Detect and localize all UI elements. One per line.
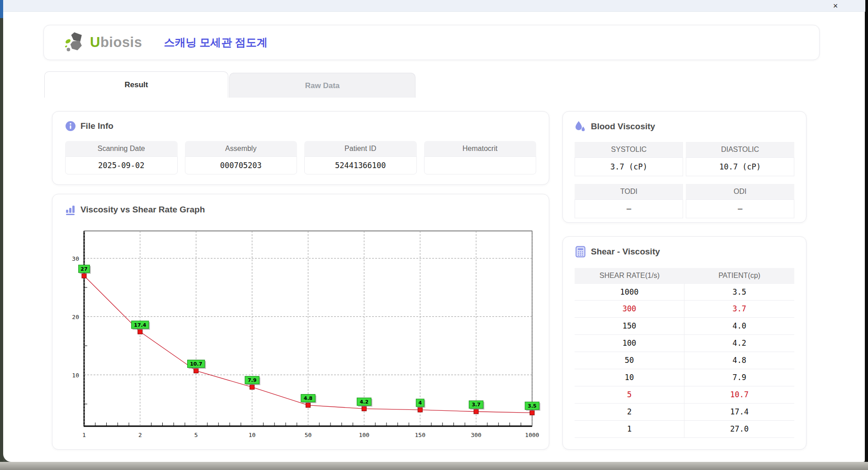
field-value: 000705203 [185,156,297,174]
field-scanning-date: Scanning Date 2025-09-02 [65,141,178,174]
file-info-fields: Scanning Date 2025-09-02 Assembly 000705… [65,141,536,174]
svg-text:2: 2 [138,432,142,438]
field-value: 52441366100 [304,156,417,174]
cell-shear-rate: 100 [575,335,684,352]
table-row: 127.0 [575,421,794,438]
file-info-card: File Info Scanning Date 2025-09-02 Assem… [52,111,549,185]
table-row: 1004.2 [575,335,794,352]
cell-patient: 7.9 [684,369,794,386]
app-header-card: Ubiosis 스캐닝 모세관 점도계 [43,25,820,60]
table-row: 107.9 [575,369,794,386]
field-value [424,156,537,174]
tab-result[interactable]: Result [44,71,228,98]
svg-text:10: 10 [72,372,79,379]
stat-value-todi: – [575,199,683,218]
stat-label-diastolic: DIASTOLIC [686,142,794,157]
cell-patient: 4.8 [684,352,794,369]
field-patient-id: Patient ID 52441366100 [304,141,417,174]
table-header-row: SHEAR RATE(1/s) PATIENT(cp) [575,268,794,283]
logo-text: Ubiosis [90,34,142,51]
table-row: 217.4 [575,404,794,421]
table-row: 3003.7 [575,301,794,318]
desktop-edge-left [0,0,3,462]
logo-letters-biosis: biosis [100,34,142,50]
svg-text:3.5: 3.5 [528,403,537,409]
stat-value-systolic: 3.7 (cP) [575,157,683,176]
cell-shear-rate: 300 [575,301,684,317]
cell-shear-rate: 5 [575,386,684,403]
shear-viscosity-table: SHEAR RATE(1/s) PATIENT(cp) 10003.5 3003… [575,268,794,438]
table-row: 510.7 [575,386,794,404]
table-body: 10003.5 3003.7 1504.0 1004.2 504.8 107.9… [575,283,794,438]
droplets-icon [575,121,586,132]
cell-patient: 4.2 [684,335,794,352]
cell-shear-rate: 1 [575,421,684,437]
cell-patient: 3.5 [684,284,794,301]
table-row: 504.8 [575,352,794,369]
table-row: 1504.0 [575,318,794,335]
svg-text:300: 300 [471,432,481,438]
tab-raw-data[interactable]: Raw Data [229,73,415,98]
svg-text:150: 150 [415,432,425,438]
blood-viscosity-card: Blood Viscosity SYSTOLIC DIASTOLIC 3.7 (… [562,111,807,223]
field-value: 2025-09-02 [65,156,178,174]
svg-text:4.8: 4.8 [304,395,313,401]
bar-chart-icon [65,204,76,215]
blood-viscosity-title: Blood Viscosity [591,122,655,132]
svg-text:10: 10 [249,432,256,438]
stat-value-odi: – [686,199,794,218]
app-logo: Ubiosis [64,31,142,54]
column-header-patient: PATIENT(cp) [684,268,794,283]
cell-shear-rate: 150 [575,318,684,334]
field-label: Scanning Date [65,141,178,156]
blood-viscosity-stats: SYSTOLIC DIASTOLIC 3.7 (cP) 10.7 (cP) TO… [575,142,794,218]
calculator-icon [575,246,586,258]
graph-title: Viscosity vs Shear Rate Graph [80,205,205,215]
svg-text:4: 4 [418,400,422,406]
stat-value-diastolic: 10.7 (cP) [686,157,794,176]
svg-text:17.4: 17.4 [134,322,146,328]
svg-text:1000: 1000 [525,432,539,438]
cell-shear-rate: 50 [575,352,684,369]
ubiosis-logo-icon [64,31,87,54]
viscosity-shear-chart: 102030125105010015030010002717.410.77.94… [52,220,550,446]
window-titlebar: × [3,0,865,12]
field-label: Hematocrit [424,141,537,156]
svg-text:4.2: 4.2 [360,399,369,405]
cell-shear-rate: 10 [575,369,684,386]
svg-text:20: 20 [72,314,79,320]
stat-label-systolic: SYSTOLIC [575,142,683,157]
svg-text:27: 27 [80,266,87,272]
logo-letter-u: U [90,34,100,50]
cell-patient: 10.7 [684,386,794,403]
svg-text:50: 50 [305,432,312,438]
field-label: Assembly [185,141,297,156]
shear-viscosity-card: Shear - Viscosity SHEAR RATE(1/s) PATIEN… [562,236,807,450]
svg-text:100: 100 [359,432,369,438]
viscosity-graph-card: Viscosity vs Shear Rate Graph 1020301251… [52,194,549,450]
file-info-title: File Info [80,121,113,131]
svg-text:7.9: 7.9 [248,377,257,383]
close-button[interactable]: × [829,0,842,11]
cell-shear-rate: 2 [575,404,684,420]
page-title: 스캐닝 모세관 점도계 [164,35,267,50]
field-hematocrit: Hematocrit [424,141,537,174]
field-label: Patient ID [304,141,417,156]
cell-shear-rate: 1000 [575,284,684,301]
info-icon [65,121,76,132]
column-header-shear-rate: SHEAR RATE(1/s) [575,268,684,283]
svg-text:10.7: 10.7 [190,361,202,367]
shear-viscosity-title: Shear - Viscosity [591,247,660,257]
cell-patient: 3.7 [684,301,794,317]
field-assembly: Assembly 000705203 [185,141,297,174]
desktop-edge-right [865,0,868,462]
svg-text:1: 1 [82,432,86,438]
cell-patient: 4.0 [684,318,794,334]
stat-label-odi: ODI [686,184,794,199]
svg-text:5: 5 [194,432,198,438]
svg-text:3.7: 3.7 [472,402,481,408]
stat-label-todi: TODI [575,184,683,199]
svg-text:30: 30 [72,255,79,262]
cell-patient: 17.4 [684,404,794,420]
desktop-taskbar-edge [0,462,868,470]
